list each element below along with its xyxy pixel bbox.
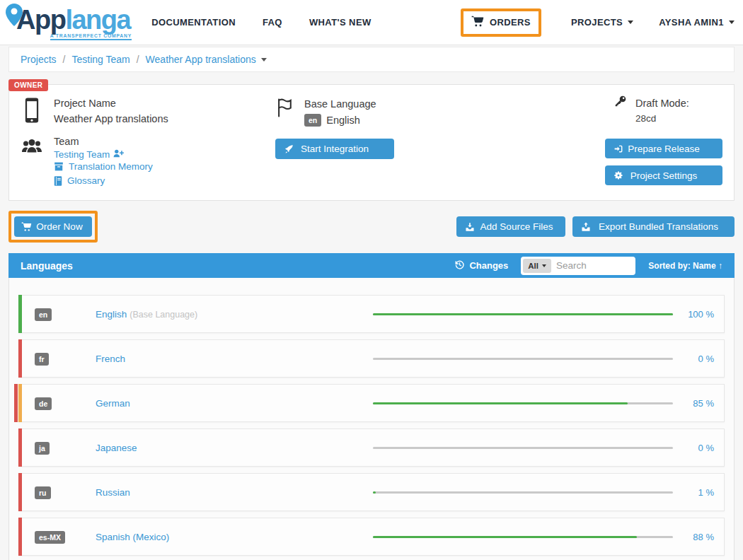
applanga-logo[interactable]: Applanga A TRANSPERFECT COMPANY bbox=[6, 4, 134, 42]
history-icon bbox=[454, 259, 465, 272]
projects-label: PROJECTS bbox=[571, 17, 623, 28]
team-label: Team bbox=[54, 136, 153, 148]
language-code-badge: ru bbox=[35, 486, 51, 499]
translation-progress-bar bbox=[373, 491, 673, 494]
breadcrumb-current-project[interactable]: Weather App translations bbox=[146, 54, 267, 65]
glossary-link[interactable]: Glossary bbox=[54, 175, 105, 187]
translation-progress-bar bbox=[373, 447, 673, 449]
language-name-link[interactable]: Spanish (Mexico) bbox=[96, 532, 169, 542]
translation-progress-bar bbox=[373, 536, 673, 538]
nav-right: ORDERS PROJECTS AYSHA AMIN1 bbox=[461, 8, 735, 37]
draft-mode-value: 28cd bbox=[635, 111, 689, 127]
start-integration-button[interactable]: Start Integration bbox=[275, 139, 394, 159]
cart-icon bbox=[21, 222, 32, 231]
order-now-highlight-box: Order Now bbox=[8, 211, 98, 243]
sort-control[interactable]: Sorted by: Name ↑ bbox=[648, 261, 722, 271]
language-status-stripe bbox=[18, 384, 22, 422]
language-change-stripe bbox=[14, 384, 18, 422]
base-language-name: English bbox=[326, 115, 360, 126]
project-name-value: Weather App translations bbox=[54, 111, 168, 127]
language-code-badge: de bbox=[35, 397, 52, 410]
nav-item-documentation[interactable]: DOCUMENTATION bbox=[151, 17, 236, 28]
language-percent: 85 % bbox=[680, 398, 714, 409]
logo-text-secondary: langa bbox=[65, 5, 130, 35]
export-bundled-translations-button[interactable]: Export Bundled Translations bbox=[572, 216, 735, 237]
language-name-link[interactable]: French bbox=[96, 354, 125, 364]
add-user-icon[interactable] bbox=[113, 148, 125, 161]
breadcrumb: Projects / Testing Team / Weather App tr… bbox=[8, 47, 735, 72]
breadcrumb-separator: / bbox=[137, 54, 139, 65]
project-settings-label: Project Settings bbox=[630, 170, 698, 181]
logo-text-primary: App bbox=[16, 5, 65, 35]
language-row[interactable]: ru Russian 1 % bbox=[18, 473, 725, 511]
language-percent: 0 % bbox=[680, 443, 714, 453]
breadcrumb-separator: / bbox=[63, 54, 66, 65]
language-name-link[interactable]: Russian bbox=[96, 487, 130, 498]
translation-progress-fill bbox=[373, 491, 376, 494]
translation-progress-bar bbox=[373, 313, 673, 315]
translation-memory-link[interactable]: Translation Memory bbox=[54, 161, 153, 173]
filter-label: All bbox=[528, 262, 538, 270]
search-filter-dropdown[interactable]: All bbox=[523, 259, 551, 273]
gear-icon bbox=[614, 170, 623, 180]
base-language-note: (Base Language) bbox=[129, 310, 197, 320]
start-integration-label: Start Integration bbox=[301, 144, 369, 154]
rocket-icon bbox=[284, 144, 294, 154]
language-row[interactable]: fr French 0 % bbox=[18, 339, 725, 378]
language-name-link[interactable]: German bbox=[96, 398, 130, 409]
language-name-link[interactable]: Japanese bbox=[96, 443, 137, 453]
translation-progress-fill bbox=[373, 402, 628, 404]
caret-down-icon bbox=[628, 21, 633, 24]
projects-dropdown[interactable]: PROJECTS bbox=[571, 17, 633, 28]
breadcrumb-testing-team[interactable]: Testing Team bbox=[71, 54, 129, 65]
export-bundled-translations-label: Export Bundled Translations bbox=[599, 221, 718, 232]
language-list: en English(Base Language) 100 % fr Frenc… bbox=[8, 278, 735, 560]
language-status-stripe bbox=[18, 339, 22, 378]
nav-item-faq[interactable]: FAQ bbox=[263, 17, 282, 28]
language-code-badge: es-MX bbox=[35, 531, 65, 544]
language-percent: 88 % bbox=[680, 532, 714, 542]
translation-progress-fill bbox=[373, 313, 673, 315]
language-code-badge: en bbox=[35, 308, 52, 321]
language-row[interactable]: ja Japanese 0 % bbox=[18, 428, 725, 467]
orders-button-highlighted[interactable]: ORDERS bbox=[461, 8, 541, 37]
owner-badge: OWNER bbox=[8, 79, 48, 91]
translation-progress-fill bbox=[373, 536, 637, 538]
orders-label: ORDERS bbox=[490, 17, 531, 28]
language-percent: 0 % bbox=[680, 354, 714, 364]
breadcrumb-projects[interactable]: Projects bbox=[21, 54, 57, 65]
search-input[interactable] bbox=[556, 260, 627, 271]
cart-icon bbox=[471, 16, 484, 30]
languages-panel: Languages Changes All Sorted by: Name ↑ bbox=[8, 253, 735, 560]
language-row[interactable]: en English(Base Language) 100 % bbox=[18, 295, 725, 333]
language-row[interactable]: de German 85 % bbox=[18, 384, 725, 422]
prepare-release-button[interactable]: Prepare Release bbox=[605, 139, 722, 158]
language-name-link[interactable]: English bbox=[96, 309, 127, 320]
order-now-button[interactable]: Order Now bbox=[14, 216, 92, 237]
mobile-phone-icon bbox=[21, 95, 43, 127]
language-percent: 100 % bbox=[680, 309, 714, 320]
team-name-link[interactable]: Testing Team bbox=[54, 148, 125, 161]
order-now-label: Order Now bbox=[36, 221, 82, 232]
nav-item-whats-new[interactable]: WHAT'S NEW bbox=[309, 17, 372, 28]
add-source-files-button[interactable]: Add Source Files bbox=[456, 216, 565, 237]
team-users-icon bbox=[21, 136, 43, 189]
language-status-stripe bbox=[18, 295, 22, 333]
language-status-stripe bbox=[18, 518, 22, 556]
languages-panel-header: Languages Changes All Sorted by: Name ↑ bbox=[8, 253, 735, 278]
language-status-stripe bbox=[18, 428, 22, 467]
sort-ascending-arrow-icon: ↑ bbox=[718, 261, 722, 271]
caret-down-icon bbox=[542, 264, 546, 267]
user-menu-dropdown[interactable]: AYSHA AMIN1 bbox=[659, 17, 735, 28]
project-settings-button[interactable]: Project Settings bbox=[605, 165, 722, 185]
project-info-card: OWNER Project Name Weather App translati… bbox=[8, 84, 735, 201]
changes-button[interactable]: Changes bbox=[454, 259, 508, 272]
base-language-label: Base Language bbox=[304, 96, 376, 112]
language-code-badge: ja bbox=[35, 442, 50, 455]
flag-icon bbox=[275, 96, 295, 127]
import-file-icon bbox=[465, 222, 475, 232]
languages-title: Languages bbox=[21, 260, 73, 272]
top-bar: Applanga A TRANSPERFECT COMPANY DOCUMENT… bbox=[0, 0, 743, 45]
archive-icon bbox=[54, 162, 64, 171]
language-row[interactable]: es-MX Spanish (Mexico) 88 % bbox=[18, 518, 725, 556]
